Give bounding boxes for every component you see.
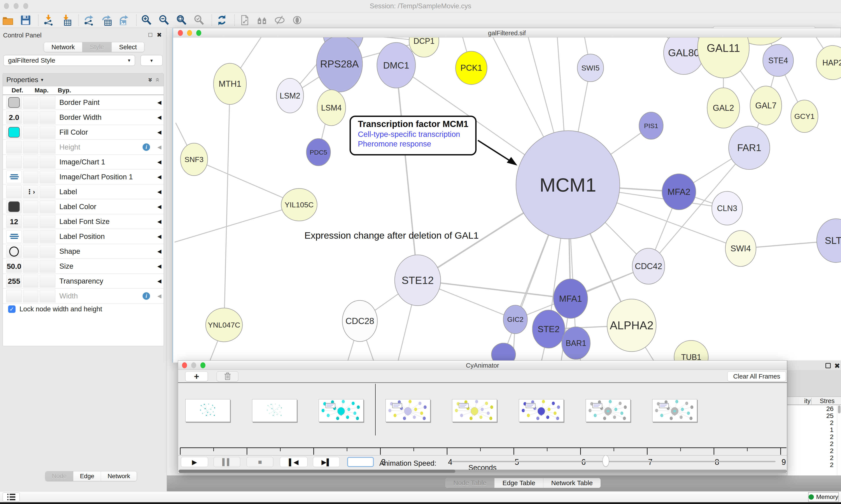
bypass-cell[interactable] bbox=[40, 215, 55, 228]
add-frame-button[interactable]: + bbox=[185, 371, 208, 381]
expand-row-icon[interactable]: ◀ bbox=[158, 204, 161, 210]
delete-frame-button[interactable] bbox=[217, 371, 238, 381]
expand-row-icon[interactable]: ◀ bbox=[158, 129, 161, 135]
timeline-frame-1[interactable] bbox=[252, 399, 297, 422]
table-row[interactable]: 2 bbox=[787, 440, 837, 447]
expand-row-icon[interactable]: ◀ bbox=[158, 233, 161, 239]
default-swatch[interactable] bbox=[8, 97, 20, 108]
property-row-label-font-size[interactable]: 12Label Font Size◀ bbox=[3, 214, 164, 229]
properties-header[interactable]: Properties ▾ » « bbox=[3, 74, 164, 86]
clear-all-frames-button[interactable]: Clear All Frames bbox=[727, 371, 786, 381]
bypass-cell[interactable] bbox=[40, 170, 55, 183]
mapping-cell[interactable] bbox=[23, 245, 38, 258]
cyanimator-titlebar[interactable]: CyAnimator bbox=[178, 361, 787, 370]
default-swatch[interactable] bbox=[8, 201, 20, 212]
record-button[interactable] bbox=[347, 457, 374, 467]
mapping-cell[interactable] bbox=[23, 170, 38, 183]
discrete-mapping-icon[interactable]: ⋮› bbox=[23, 186, 38, 198]
bypass-cell[interactable] bbox=[40, 260, 55, 273]
export-table-button[interactable] bbox=[100, 14, 112, 26]
mapping-cell[interactable] bbox=[23, 275, 38, 287]
default-cell[interactable] bbox=[6, 170, 22, 183]
default-cell[interactable]: 50.0 bbox=[6, 260, 22, 273]
expand-row-icon[interactable]: ◀ bbox=[158, 159, 161, 165]
expand-row-icon[interactable]: ◀ bbox=[158, 144, 161, 150]
property-row-label[interactable]: ⋮›Label◀ bbox=[3, 184, 164, 199]
default-value[interactable]: 12 bbox=[6, 215, 21, 228]
property-row-image-chart-1[interactable]: Image/Chart 1◀ bbox=[3, 155, 164, 169]
property-row-image-chart-position-1[interactable]: Image/Chart Position 1◀ bbox=[3, 169, 164, 184]
bypass-cell[interactable] bbox=[40, 111, 55, 124]
export-network-button[interactable] bbox=[82, 14, 95, 26]
property-row-size[interactable]: 50.0Size◀ bbox=[3, 259, 164, 274]
bypass-cell[interactable] bbox=[40, 185, 55, 198]
save-button[interactable] bbox=[19, 14, 32, 26]
mapping-cell[interactable] bbox=[23, 141, 38, 154]
first-neighbors-button[interactable] bbox=[256, 14, 269, 26]
tab-network[interactable]: Network bbox=[101, 471, 137, 481]
property-row-transparency[interactable]: 255Transparency◀ bbox=[3, 274, 164, 289]
table-row[interactable]: 26 bbox=[787, 405, 837, 412]
default-cell[interactable] bbox=[6, 126, 22, 139]
table-body[interactable]: 26252122222 bbox=[787, 405, 837, 483]
expand-row-icon[interactable]: ◀ bbox=[158, 278, 161, 284]
expand-row-icon[interactable]: ◀ bbox=[158, 218, 161, 224]
lock-checkbox[interactable]: ✓ bbox=[8, 305, 16, 313]
default-cell[interactable] bbox=[6, 230, 22, 243]
timeline-frame-3[interactable] bbox=[386, 399, 430, 422]
horizontal-scrollbar[interactable] bbox=[179, 470, 787, 473]
close-panel-icon[interactable]: ✖ bbox=[157, 31, 162, 38]
info-icon[interactable]: i bbox=[143, 292, 150, 300]
mapping-cell[interactable] bbox=[23, 126, 38, 139]
table-row[interactable]: 1 bbox=[787, 426, 837, 433]
show-all-button[interactable] bbox=[291, 14, 304, 26]
expand-row-icon[interactable]: ◀ bbox=[158, 174, 161, 180]
property-row-shape[interactable]: Shape◀ bbox=[3, 244, 164, 259]
timeline-frame-4[interactable] bbox=[452, 399, 497, 422]
tab-node-table[interactable]: Node Table bbox=[446, 478, 494, 488]
play-button[interactable]: ▶ bbox=[181, 457, 208, 467]
mapping-cell[interactable]: ⋮› bbox=[23, 185, 38, 198]
zoom-in-button[interactable] bbox=[140, 14, 153, 26]
zoom-out-button[interactable] bbox=[158, 14, 171, 26]
skip-forward-button[interactable]: ▶▌ bbox=[313, 457, 340, 467]
refresh-layout-button[interactable] bbox=[215, 14, 228, 26]
annotation-link[interactable]: Pheromone response bbox=[358, 140, 475, 148]
mapping-cell[interactable] bbox=[23, 156, 38, 168]
animation-speed-slider[interactable] bbox=[452, 461, 775, 462]
default-cell[interactable]: 2.0 bbox=[6, 111, 22, 124]
clone-network-button[interactable] bbox=[238, 14, 251, 26]
tab-style[interactable]: Style bbox=[82, 42, 111, 52]
bypass-cell[interactable] bbox=[40, 200, 55, 213]
default-cell[interactable] bbox=[6, 96, 22, 109]
expand-row-icon[interactable]: ◀ bbox=[158, 248, 161, 254]
timeline[interactable]: 0123456789 Seconds bbox=[178, 383, 787, 444]
network-canvas[interactable]: DCP1RPS28ADMC1PCK1SWI5GAL80GAL11STE4HAP2… bbox=[173, 37, 841, 363]
position-icon[interactable] bbox=[11, 234, 18, 239]
stop-button[interactable]: ■ bbox=[247, 457, 273, 467]
export-image-button[interactable] bbox=[118, 14, 130, 26]
expand-row-icon[interactable]: ◀ bbox=[158, 114, 161, 121]
table-row[interactable]: 25 bbox=[787, 412, 837, 419]
default-swatch[interactable] bbox=[8, 127, 20, 138]
info-icon[interactable]: i bbox=[143, 143, 150, 151]
expand-row-icon[interactable]: ◀ bbox=[158, 189, 161, 195]
bypass-cell[interactable] bbox=[40, 290, 55, 302]
table-row[interactable]: 2 bbox=[787, 454, 837, 461]
bypass-cell[interactable] bbox=[40, 275, 55, 287]
collapse-all-icon[interactable]: « bbox=[154, 78, 162, 82]
default-value[interactable]: 255 bbox=[6, 275, 21, 287]
table-row[interactable]: 2 bbox=[787, 447, 837, 454]
tab-edge[interactable]: Edge bbox=[73, 471, 101, 481]
tab-edge-table[interactable]: Edge Table bbox=[494, 478, 543, 488]
ellipse-shape-icon[interactable] bbox=[9, 247, 19, 257]
float-panel-icon[interactable]: □ bbox=[148, 31, 152, 38]
mapping-cell[interactable] bbox=[23, 290, 38, 302]
import-table-button[interactable] bbox=[59, 14, 72, 26]
tab-node[interactable]: Node bbox=[45, 471, 73, 481]
annotation-box[interactable]: Transcription factor MCM1 Cell-type-spec… bbox=[350, 115, 477, 156]
mapping-cell[interactable] bbox=[23, 111, 38, 124]
position-icon[interactable] bbox=[11, 174, 18, 179]
default-cell[interactable] bbox=[6, 156, 22, 168]
table-scrollbar[interactable] bbox=[837, 405, 841, 483]
